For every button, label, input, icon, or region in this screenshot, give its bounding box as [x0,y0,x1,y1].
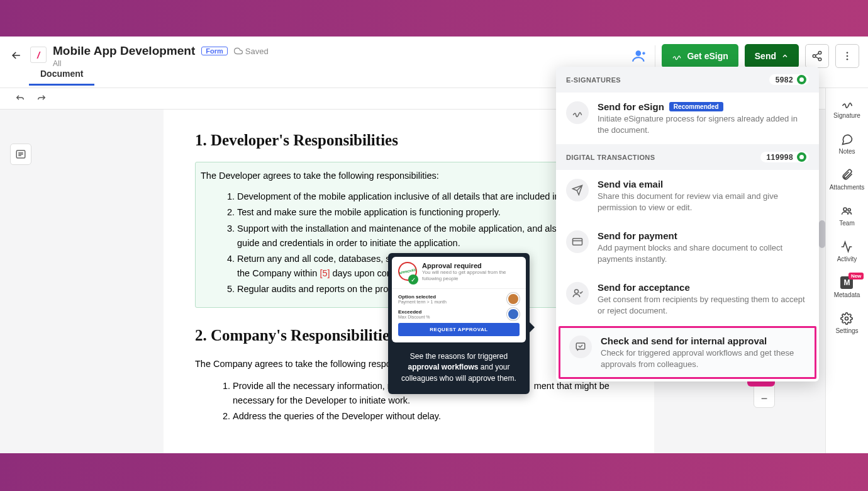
svg-point-2 [813,55,816,58]
svg-point-5 [847,55,849,57]
svg-point-4 [847,52,849,54]
right-sidebar: Signature Notes Attachments Team Activit… [825,88,868,453]
send-button[interactable]: Send [745,44,799,68]
dropdown-send-for-payment[interactable]: Send for payment Add payment blocks and … [556,222,819,273]
app-top-bar [0,0,868,37]
form-badge: Form [201,47,228,55]
svg-point-8 [843,208,847,211]
undo-button[interactable] [15,94,25,104]
redo-button[interactable] [36,94,47,104]
team-icon [840,205,853,217]
dropdown-send-for-acceptance[interactable]: Send for acceptance Get consent from rec… [556,273,819,325]
card-icon [566,230,589,253]
avatar [507,308,520,320]
svg-point-6 [847,59,849,60]
user-check-icon [566,282,589,305]
chevron-up-icon [781,52,789,60]
share-icon [811,50,823,62]
svg-point-9 [849,208,851,211]
logo: / [30,47,47,63]
dropdown-send-for-esign[interactable]: Send for eSign Recommended Initiate eSig… [556,93,819,144]
recommended-badge: Recommended [669,102,723,111]
more-vertical-icon [842,50,853,62]
sidebar-activity[interactable]: Activity [837,240,857,262]
check-message-icon [569,336,592,358]
svg-point-12 [575,290,579,293]
share-button[interactable] [805,44,829,68]
sidebar-notes[interactable]: Notes [838,133,855,155]
toc-button[interactable] [10,144,31,165]
add-user-button[interactable] [631,47,648,65]
request-approval-button[interactable]: REQUEST APPROVAL [398,323,520,336]
doc-title: Mobile App Development [53,44,195,58]
variable-placeholder: [5] [320,268,330,278]
signature-icon [566,101,589,124]
svg-point-3 [818,58,821,61]
new-badge: New [849,273,864,279]
sidebar-attachments[interactable]: Attachments [830,169,865,191]
sidebar-team[interactable]: Team [839,205,854,227]
svg-rect-11 [573,239,582,246]
cloud-icon [234,47,243,55]
app-bottom-bar [0,453,868,491]
tooltip-caption: See the reasons for triggered approval w… [388,346,530,387]
get-esign-button[interactable]: Get eSign [662,44,738,68]
list-icon [15,149,26,160]
dropdown-section-digital: DIGITAL TRANSACTIONS 119998 [556,144,819,170]
more-button[interactable] [835,44,859,68]
scrollbar-thumb[interactable] [819,220,825,248]
svg-point-10 [845,317,849,320]
notes-icon [841,133,854,145]
avatar [507,293,520,305]
dropdown-internal-approval[interactable]: Check and send for internal approval Che… [559,326,816,379]
digital-count: 119998 [760,152,809,162]
back-button[interactable] [9,48,24,63]
signature-icon [672,51,682,61]
approval-tooltip: APPROVED ✓ Approval required You will ne… [388,253,530,394]
dropdown-send-via-email[interactable]: Send via email Share this document for r… [556,170,819,222]
esign-count: 5982 [769,74,809,85]
svg-rect-13 [576,343,585,349]
sidebar-signature[interactable]: Signature [833,97,860,119]
zoom-out-button[interactable]: − [754,390,774,407]
activity-icon [840,240,853,253]
gear-icon [840,312,853,325]
breadcrumb[interactable]: All [53,59,631,68]
dropdown-section-esignatures: E-SIGNATURES 5982 [556,67,819,93]
send-dropdown: E-SIGNATURES 5982 Send for eSign Recomme… [556,67,819,381]
sidebar-metadata[interactable]: New M Metadata [834,276,860,298]
saved-status: Saved [234,47,269,56]
tab-document[interactable]: Document [29,64,94,86]
svg-point-0 [636,50,642,56]
paperclip-icon [841,169,854,181]
signature-icon [841,97,854,110]
send-icon [566,179,589,201]
svg-point-1 [818,52,821,55]
approved-stamp-icon: APPROVED ✓ [398,262,417,283]
sidebar-settings[interactable]: Settings [835,312,858,334]
